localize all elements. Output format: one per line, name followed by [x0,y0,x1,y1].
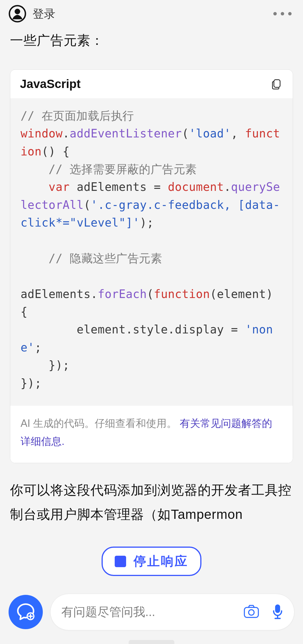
code-text: window [21,127,63,140]
code-text: ; [35,341,42,354]
code-text: adElements. [21,287,98,301]
code-text: // 隐藏这些广告元素 [49,252,162,265]
camera-icon[interactable] [243,603,259,621]
new-chat-button[interactable] [9,595,43,629]
code-body: // 在页面加载后执行 window.addEventListener('loa… [10,98,293,406]
message-text-partial: 一些广告元素： [10,29,293,52]
code-text: // 选择需要屏蔽的广告元素 [49,163,197,176]
stop-response-button[interactable]: 停止响应 [102,547,201,576]
code-text: var [49,180,70,193]
chat-input[interactable]: 有问题尽管问我... [50,594,294,630]
code-text: addEventListener [70,127,182,140]
code-text: 'load' [189,127,231,140]
bottom-bar: 有问题尽管问我... [0,594,303,630]
avatar-icon[interactable] [9,5,26,23]
code-text: ); [140,216,154,229]
code-text [21,252,49,265]
code-text: }); [21,359,70,372]
ai-code-note: AI 生成的代码。仔细查看和使用。 [21,417,180,429]
bottom-peek [129,640,174,644]
code-language-label: JavaScript [20,77,80,91]
code-text: . [63,127,70,140]
stop-icon [115,556,126,567]
copy-button[interactable] [270,78,283,90]
mic-icon[interactable] [271,603,284,621]
code-text: element.style.display = [21,323,245,336]
code-block: JavaScript // 在页面加载后执行 window.addEventLi… [10,69,293,463]
code-text: ( [147,287,154,301]
message-text: 你可以将这段代码添加到浏览器的开发者工具控制台或用户脚本管理器（如Tamperm… [10,478,293,527]
svg-rect-6 [275,605,280,613]
code-text [21,163,49,176]
login-link[interactable]: 登录 [33,6,55,22]
code-text: forEach [98,287,147,301]
code-text: . [224,180,231,193]
top-bar: 登录 [0,0,303,27]
svg-rect-2 [274,80,280,87]
code-text [21,180,49,193]
more-icon[interactable] [273,12,292,15]
code-text: , [231,127,245,140]
code-text: adElements = [70,180,168,193]
input-icons [243,603,284,621]
code-text: }); [21,377,42,390]
svg-point-1 [15,9,20,14]
code-text: document [168,180,224,193]
code-text: function [154,287,210,301]
svg-rect-4 [245,607,258,617]
stop-response-label: 停止响应 [134,553,188,570]
chat-input-placeholder: 有问题尽管问我... [61,604,243,620]
code-footer: AI 生成的代码。仔细查看和使用。 有关常见问题解答的详细信息. [10,406,293,463]
code-header: JavaScript [10,70,293,98]
link-dot: . [62,435,64,447]
code-text: ( [84,198,91,211]
code-text: ( [182,127,189,140]
code-text: // 在页面加载后执行 [21,109,134,122]
code-text: () { [42,145,70,158]
topbar-left: 登录 [9,5,55,23]
svg-point-5 [249,610,254,615]
